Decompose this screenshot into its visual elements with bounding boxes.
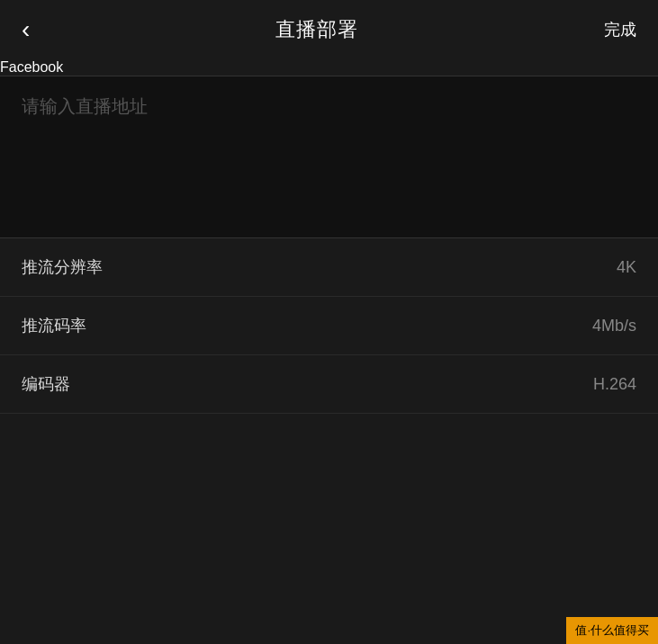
encoder-value: H.264 [593,375,636,394]
bitrate-label: 推流码率 [22,315,86,336]
stream-url-input-area[interactable]: 请输入直播地址 [0,76,658,238]
bitrate-value: 4Mb/s [592,317,636,335]
stream-url-placeholder: 请输入直播地址 [22,96,148,116]
resolution-setting[interactable]: 推流分辨率 4K [0,238,658,297]
tab-bar: Facebook [0,59,658,76]
back-button[interactable]: ‹ [22,17,30,42]
watermark: 值·什么值得买 [566,617,658,644]
encoder-label: 编码器 [22,373,70,395]
done-button[interactable]: 完成 [604,19,636,40]
header: ‹ 直播部署 完成 [0,0,658,59]
encoder-setting[interactable]: 编码器 H.264 [0,355,658,414]
resolution-label: 推流分辨率 [22,256,103,278]
settings-list: 推流分辨率 4K 推流码率 4Mb/s 编码器 H.264 [0,238,658,414]
resolution-value: 4K [617,258,636,277]
page-title: 直播部署 [275,16,358,43]
bitrate-setting[interactable]: 推流码率 4Mb/s [0,297,658,355]
